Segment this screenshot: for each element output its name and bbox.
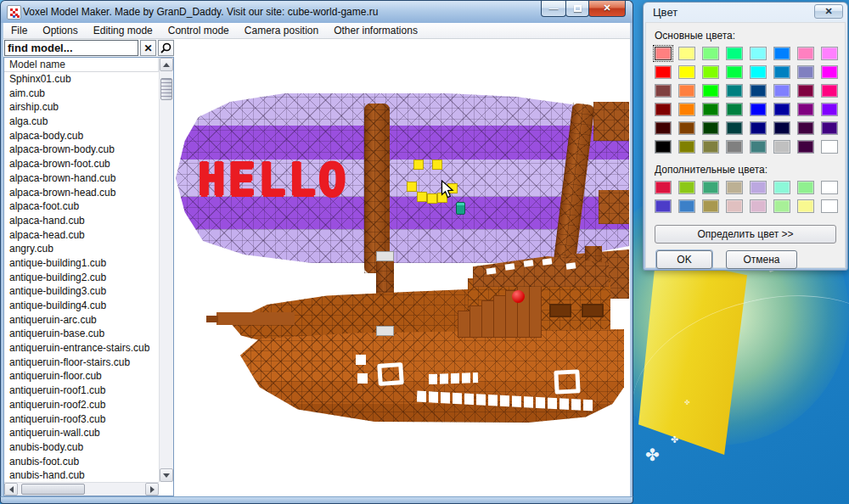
custom-color-swatch[interactable] bbox=[750, 181, 767, 194]
custom-color-swatch[interactable] bbox=[821, 199, 838, 213]
search-button[interactable] bbox=[158, 40, 174, 56]
horizontal-scrollbar[interactable] bbox=[4, 482, 159, 496]
minimize-button[interactable]: — bbox=[541, 1, 566, 17]
basic-color-swatch[interactable] bbox=[750, 140, 767, 154]
basic-color-swatch[interactable] bbox=[773, 103, 790, 116]
basic-color-swatch[interactable] bbox=[750, 65, 767, 79]
list-item[interactable]: antiqueruin-floor-stairs.cub bbox=[4, 356, 159, 370]
basic-color-swatch[interactable] bbox=[655, 84, 672, 98]
basic-color-swatch[interactable] bbox=[797, 140, 814, 154]
vertical-scroll-thumb[interactable] bbox=[160, 78, 172, 100]
search-clear-button[interactable]: ✕ bbox=[140, 40, 156, 56]
basic-color-swatch[interactable] bbox=[797, 84, 814, 98]
basic-color-swatch[interactable] bbox=[678, 65, 695, 79]
basic-color-swatch[interactable] bbox=[702, 121, 719, 135]
list-item[interactable]: antiqueruin-arc.cub bbox=[4, 313, 159, 328]
scroll-left-button[interactable] bbox=[4, 483, 18, 496]
custom-color-swatch[interactable] bbox=[773, 181, 790, 194]
custom-color-swatch[interactable] bbox=[821, 181, 838, 194]
basic-color-swatch[interactable] bbox=[702, 65, 719, 79]
ok-button[interactable]: OK bbox=[656, 250, 712, 269]
define-color-button[interactable]: Определить цвет >> bbox=[655, 225, 836, 244]
viewport-3d[interactable]: HELLO bbox=[174, 39, 630, 496]
basic-color-swatch[interactable] bbox=[726, 103, 743, 116]
basic-color-swatch[interactable] bbox=[678, 121, 695, 135]
basic-color-swatch[interactable] bbox=[726, 65, 743, 79]
basic-color-swatch[interactable] bbox=[821, 84, 838, 98]
custom-color-swatch[interactable] bbox=[797, 181, 814, 194]
list-item[interactable]: anubis-body.cub bbox=[4, 440, 159, 455]
basic-color-swatch[interactable] bbox=[821, 103, 838, 116]
menu-item-editing-mode[interactable]: Editing mode bbox=[86, 23, 160, 38]
basic-color-swatch[interactable] bbox=[773, 121, 790, 135]
menu-item-options[interactable]: Options bbox=[35, 23, 85, 38]
list-item[interactable]: antique-building4.cub bbox=[4, 299, 159, 313]
list-item[interactable]: alpaca-brown-head.cub bbox=[4, 186, 159, 200]
custom-color-swatch[interactable] bbox=[678, 181, 695, 194]
list-item[interactable]: alpaca-head.cub bbox=[4, 228, 159, 243]
custom-color-swatch[interactable] bbox=[678, 199, 695, 213]
custom-color-swatch[interactable] bbox=[655, 181, 672, 194]
scroll-up-button[interactable] bbox=[160, 58, 173, 71]
basic-color-swatch[interactable] bbox=[750, 84, 767, 98]
basic-color-swatch[interactable] bbox=[678, 140, 695, 154]
basic-color-swatch[interactable] bbox=[655, 65, 672, 79]
basic-color-swatch[interactable] bbox=[678, 47, 695, 60]
custom-color-swatch[interactable] bbox=[655, 199, 672, 213]
basic-color-swatch[interactable] bbox=[773, 84, 790, 98]
list-item[interactable]: alga.cub bbox=[4, 115, 159, 129]
basic-color-swatch[interactable] bbox=[655, 121, 672, 135]
list-item[interactable]: aim.cub bbox=[4, 87, 159, 101]
vertical-scrollbar[interactable] bbox=[159, 58, 173, 482]
custom-color-swatch[interactable] bbox=[726, 181, 743, 194]
list-item[interactable]: antiqueruin-wall.cub bbox=[4, 426, 159, 440]
custom-color-swatch[interactable] bbox=[773, 199, 790, 213]
cancel-button[interactable]: Отмена bbox=[726, 250, 797, 269]
list-item[interactable]: alpaca-hand.cub bbox=[4, 214, 159, 228]
list-item[interactable]: alpaca-brown-body.cub bbox=[4, 143, 159, 157]
list-item[interactable]: alpaca-foot.cub bbox=[4, 199, 159, 214]
list-item[interactable]: antiqueruin-floor.cub bbox=[4, 369, 159, 384]
basic-color-swatch[interactable] bbox=[773, 47, 790, 60]
custom-color-swatch[interactable] bbox=[797, 199, 814, 213]
scroll-down-button[interactable] bbox=[160, 468, 173, 482]
list-item[interactable]: alpaca-brown-foot.cub bbox=[4, 157, 159, 171]
basic-color-swatch[interactable] bbox=[797, 47, 814, 60]
menu-item-file[interactable]: File bbox=[3, 23, 35, 38]
title-bar[interactable]: Voxel Model Maker. Made by GranD_Daddy. … bbox=[0, 0, 633, 23]
basic-color-swatch[interactable] bbox=[678, 103, 695, 116]
list-item[interactable]: anubis-hand.cub bbox=[4, 468, 159, 482]
maximize-button[interactable] bbox=[565, 1, 589, 17]
basic-color-swatch[interactable] bbox=[702, 140, 719, 154]
custom-color-swatch[interactable] bbox=[726, 199, 743, 213]
basic-color-swatch[interactable] bbox=[702, 84, 719, 98]
list-item[interactable]: alpaca-body.cub bbox=[4, 129, 159, 143]
basic-color-swatch[interactable] bbox=[702, 103, 719, 116]
list-item[interactable]: antiqueruin-entrance-stairs.cub bbox=[4, 341, 159, 356]
basic-color-swatch[interactable] bbox=[750, 121, 767, 135]
basic-color-swatch[interactable] bbox=[821, 121, 838, 135]
basic-color-swatch[interactable] bbox=[797, 103, 814, 116]
list-item[interactable]: antiqueruin-roof2.cub bbox=[4, 398, 159, 412]
menu-item-control-mode[interactable]: Control mode bbox=[160, 23, 237, 38]
basic-color-swatch[interactable] bbox=[797, 65, 814, 79]
dialog-close-button[interactable]: ✕ bbox=[814, 4, 843, 19]
basic-color-swatch[interactable] bbox=[821, 47, 838, 60]
basic-color-swatch[interactable] bbox=[726, 84, 743, 98]
basic-color-swatch[interactable] bbox=[750, 47, 767, 60]
list-item[interactable]: antiqueruin-base.cub bbox=[4, 327, 159, 341]
list-item[interactable]: antique-building3.cub bbox=[4, 284, 159, 299]
list-item[interactable]: antique-building1.cub bbox=[4, 256, 159, 271]
list-item[interactable]: alpaca-brown-hand.cub bbox=[4, 171, 159, 186]
list-item[interactable]: anubis-foot.cub bbox=[4, 455, 159, 469]
basic-color-swatch[interactable] bbox=[797, 121, 814, 135]
basic-color-swatch[interactable] bbox=[726, 140, 743, 154]
list-item[interactable]: airship.cub bbox=[4, 100, 159, 115]
basic-color-swatch[interactable] bbox=[655, 140, 672, 154]
close-button[interactable]: ✕ bbox=[588, 1, 626, 17]
basic-color-swatch[interactable] bbox=[726, 47, 743, 60]
custom-color-swatch[interactable] bbox=[750, 199, 767, 213]
basic-color-swatch[interactable] bbox=[655, 47, 672, 60]
basic-color-swatch[interactable] bbox=[702, 47, 719, 60]
list-item[interactable]: angry.cub bbox=[4, 242, 159, 256]
